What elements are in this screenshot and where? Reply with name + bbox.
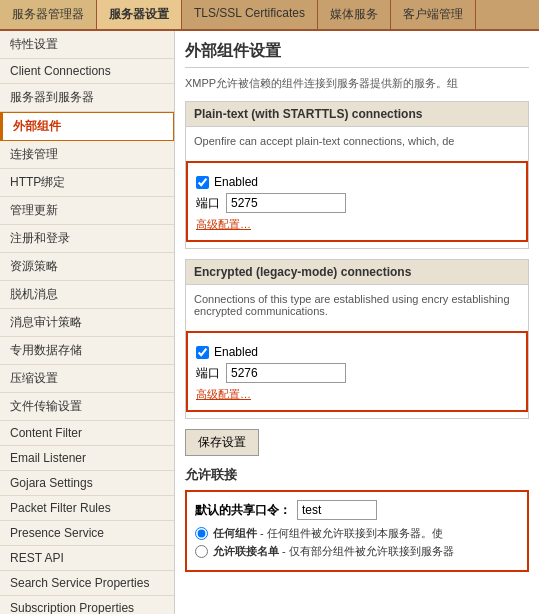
- sidebar-item-server-to-server[interactable]: 服务器到服务器: [0, 84, 174, 112]
- save-button[interactable]: 保存设置: [185, 429, 259, 456]
- sidebar-item-connection-mgr[interactable]: 连接管理: [0, 141, 174, 169]
- tab-tls-ssl[interactable]: TLS/SSL Certificates: [182, 0, 318, 29]
- sidebar: 特性设置 Client Connections 服务器到服务器 外部组件 连接管…: [0, 31, 175, 614]
- main-layout: 特性设置 Client Connections 服务器到服务器 外部组件 连接管…: [0, 31, 539, 614]
- encrypted-enabled-checkbox[interactable]: [196, 346, 209, 359]
- radio-allow-list-label: 允许联接名单 - 仅有部分组件被允许联接到服务器: [213, 544, 454, 559]
- plain-text-description: Openfire can accept plain-text connectio…: [186, 127, 528, 155]
- plain-text-section: Plain-text (with STARTTLS) connections O…: [185, 101, 529, 249]
- plain-text-enabled-row: Enabled: [196, 175, 518, 189]
- sidebar-item-search-service[interactable]: Search Service Properties: [0, 571, 174, 596]
- radio-any-component-label: 任何组件 - 任何组件被允许联接到本服务器。使: [213, 526, 443, 541]
- page-title: 外部组件设置: [185, 41, 529, 68]
- allow-section-title: 允许联接: [185, 466, 529, 484]
- sidebar-item-http-binding[interactable]: HTTP绑定: [0, 169, 174, 197]
- encrypted-enabled-row: Enabled: [196, 345, 518, 359]
- sidebar-item-presence-service[interactable]: Presence Service: [0, 521, 174, 546]
- encrypted-description: Connections of this type are established…: [186, 285, 528, 325]
- tab-client-mgr[interactable]: 客户端管理: [391, 0, 476, 29]
- encrypted-section: Encrypted (legacy-mode) connections Conn…: [185, 259, 529, 419]
- sidebar-item-compression[interactable]: 压缩设置: [0, 365, 174, 393]
- sidebar-item-file-transfer[interactable]: 文件传输设置: [0, 393, 174, 421]
- sidebar-item-email-listener[interactable]: Email Listener: [0, 446, 174, 471]
- page-description: XMPP允许被信赖的组件连接到服务器提供新的服务。组: [185, 76, 529, 91]
- sidebar-item-register-login[interactable]: 注册和登录: [0, 225, 174, 253]
- plain-text-enabled-label: Enabled: [214, 175, 258, 189]
- plain-text-port-row: 端口: [196, 193, 518, 213]
- encrypted-port-row: 端口: [196, 363, 518, 383]
- shared-secret-row: 默认的共享口令：: [195, 500, 519, 520]
- sidebar-item-external-components[interactable]: 外部组件: [0, 112, 174, 141]
- tab-server-mgr[interactable]: 服务器管理器: [0, 0, 97, 29]
- radio-any-component: 任何组件 - 任何组件被允许联接到本服务器。使: [195, 526, 519, 541]
- encrypted-port-label: 端口: [196, 365, 220, 382]
- sidebar-item-msg-audit-policy[interactable]: 消息审计策略: [0, 309, 174, 337]
- sidebar-item-content-filter[interactable]: Content Filter: [0, 421, 174, 446]
- encrypted-port-input[interactable]: [226, 363, 346, 383]
- radio-allow-list-input[interactable]: [195, 545, 208, 558]
- sidebar-item-resource-policy[interactable]: 资源策略: [0, 253, 174, 281]
- plain-text-port-input[interactable]: [226, 193, 346, 213]
- sidebar-item-special-settings[interactable]: 特性设置: [0, 31, 174, 59]
- radio-allow-list: 允许联接名单 - 仅有部分组件被允许联接到服务器: [195, 544, 519, 559]
- tab-media-service[interactable]: 媒体服务: [318, 0, 391, 29]
- plain-text-enabled-checkbox[interactable]: [196, 176, 209, 189]
- sidebar-item-offline-messages[interactable]: 脱机消息: [0, 281, 174, 309]
- sidebar-item-packet-filter[interactable]: Packet Filter Rules: [0, 496, 174, 521]
- sidebar-item-subscription-props[interactable]: Subscription Properties: [0, 596, 174, 614]
- encrypted-inner: Enabled 端口 高级配置…: [186, 331, 528, 412]
- plain-text-header: Plain-text (with STARTTLS) connections: [186, 102, 528, 127]
- sidebar-item-gojara-settings[interactable]: Gojara Settings: [0, 471, 174, 496]
- encrypted-enabled-label: Enabled: [214, 345, 258, 359]
- allow-section: 允许联接 默认的共享口令： 任何组件 - 任何组件被允许联接到本服务器。使: [185, 466, 529, 572]
- radio-any-component-input[interactable]: [195, 527, 208, 540]
- top-navigation: 服务器管理器 服务器设置 TLS/SSL Certificates 媒体服务 客…: [0, 0, 539, 31]
- sidebar-item-dedicated-storage[interactable]: 专用数据存储: [0, 337, 174, 365]
- sidebar-item-rest-api[interactable]: REST API: [0, 546, 174, 571]
- content-area: 外部组件设置 XMPP允许被信赖的组件连接到服务器提供新的服务。组 Plain-…: [175, 31, 539, 614]
- shared-secret-label: 默认的共享口令：: [195, 502, 291, 519]
- sidebar-item-mgmt-update[interactable]: 管理更新: [0, 197, 174, 225]
- plain-text-adv-link[interactable]: 高级配置…: [196, 217, 518, 232]
- tab-server-settings[interactable]: 服务器设置: [97, 0, 182, 29]
- shared-secret-input[interactable]: [297, 500, 377, 520]
- plain-text-port-label: 端口: [196, 195, 220, 212]
- encrypted-adv-link[interactable]: 高级配置…: [196, 387, 518, 402]
- allow-inner-box: 默认的共享口令： 任何组件 - 任何组件被允许联接到本服务器。使 允许联接名单 …: [185, 490, 529, 572]
- encrypted-header: Encrypted (legacy-mode) connections: [186, 260, 528, 285]
- plain-text-inner: Enabled 端口 高级配置…: [186, 161, 528, 242]
- sidebar-item-client-connections[interactable]: Client Connections: [0, 59, 174, 84]
